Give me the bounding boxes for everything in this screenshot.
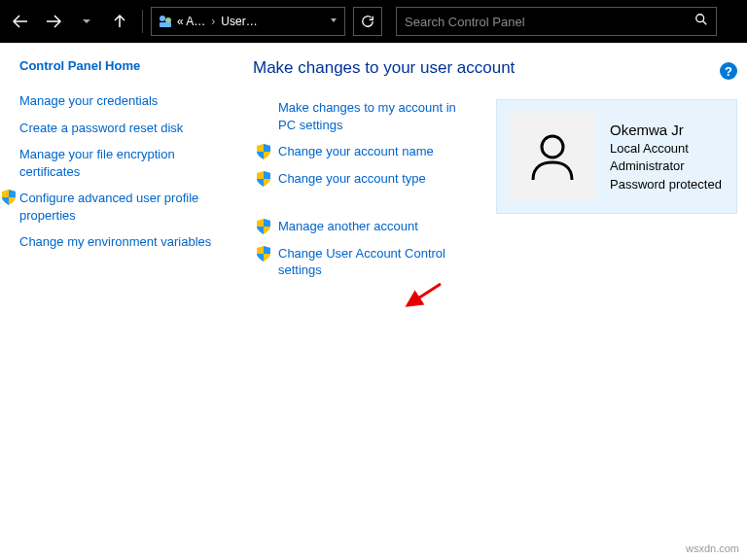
svg-point-0 — [160, 16, 165, 21]
up-button[interactable] — [105, 7, 134, 36]
watermark: wsxdn.com — [686, 542, 739, 554]
user-account-type: Local Account — [610, 140, 722, 158]
search-box[interactable] — [396, 7, 717, 36]
refresh-button[interactable] — [353, 7, 382, 36]
help-icon[interactable]: ? — [720, 62, 737, 80]
svg-rect-2 — [160, 22, 171, 27]
user-avatar — [509, 113, 596, 200]
sidebar-item-credentials[interactable]: Manage your credentials — [19, 92, 224, 110]
main-panel: Make changes to your user account Make c… — [224, 58, 737, 289]
title-bar: « A… › User… — [0, 0, 747, 43]
search-input[interactable] — [405, 15, 694, 29]
svg-point-3 — [696, 15, 704, 22]
sidebar-item-password-reset[interactable]: Create a password reset disk — [19, 120, 224, 137]
action-change-name[interactable]: Change your account name — [253, 143, 477, 160]
action-manage-another[interactable]: Manage another account — [253, 218, 477, 235]
action-label: Manage another account — [278, 218, 418, 235]
breadcrumb-part-1[interactable]: « A… — [177, 15, 205, 28]
recent-dropdown[interactable] — [72, 7, 101, 36]
action-label: Change your account name — [278, 143, 434, 160]
back-button[interactable] — [6, 7, 35, 36]
user-accounts-icon — [158, 14, 173, 29]
action-label: Change User Account Control settings — [278, 245, 477, 279]
shield-icon — [257, 171, 270, 187]
user-account-tile[interactable]: Okemwa Jr Local Account Administrator Pa… — [496, 99, 737, 214]
forward-button[interactable] — [39, 7, 68, 36]
chevron-down-icon[interactable] — [329, 15, 338, 28]
svg-point-4 — [542, 136, 563, 158]
sidebar-item-label: Configure advanced user profile properti… — [19, 190, 224, 224]
user-info: Okemwa Jr Local Account Administrator Pa… — [610, 120, 722, 193]
action-pc-settings[interactable]: Make changes to my account in PC setting… — [253, 99, 477, 133]
action-change-type[interactable]: Change your account type — [253, 170, 477, 188]
chevron-right-icon: › — [211, 15, 215, 28]
shield-icon — [257, 246, 270, 262]
user-role: Administrator — [610, 158, 722, 175]
shield-icon — [257, 219, 270, 234]
shield-icon — [2, 190, 16, 205]
sidebar-item-file-encryption[interactable]: Manage your file encryption certificates — [19, 146, 224, 180]
page-title: Make changes to your user account — [253, 58, 737, 78]
user-name: Okemwa Jr — [610, 120, 722, 140]
sidebar: Control Panel Home Manage your credentia… — [19, 58, 224, 289]
content-area: ? Control Panel Home Manage your credent… — [0, 43, 747, 298]
actions-list: Make changes to my account in PC setting… — [253, 99, 477, 289]
action-label: Change your account type — [278, 170, 426, 188]
shield-icon — [257, 144, 270, 159]
breadcrumb-part-2[interactable]: User… — [221, 15, 257, 28]
search-icon[interactable] — [694, 13, 708, 30]
action-uac-settings[interactable]: Change User Account Control settings — [253, 245, 477, 279]
separator — [142, 10, 143, 33]
control-panel-home-link[interactable]: Control Panel Home — [19, 58, 224, 73]
user-password-status: Password protected — [610, 176, 722, 193]
address-bar[interactable]: « A… › User… — [151, 7, 345, 36]
sidebar-item-advanced-profile[interactable]: Configure advanced user profile properti… — [2, 190, 224, 224]
sidebar-item-env-variables[interactable]: Change my environment variables — [19, 233, 224, 251]
